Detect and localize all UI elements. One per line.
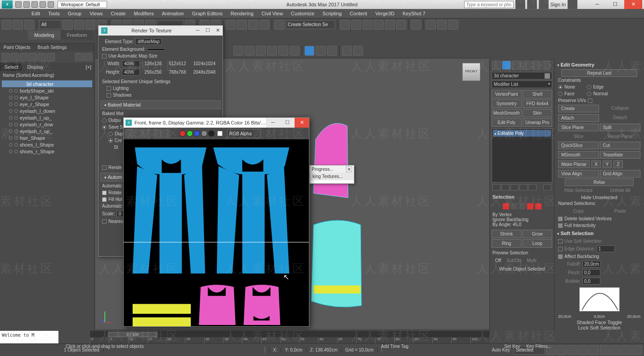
c-face-radio[interactable] bbox=[558, 92, 563, 96]
modifier-button[interactable]: Edit Poly bbox=[492, 118, 522, 127]
preset-768[interactable]: 768x768 bbox=[166, 69, 188, 76]
paint-objects-tab[interactable]: Paint Objects bbox=[0, 44, 34, 51]
progress-close-button[interactable]: ✕ bbox=[346, 166, 352, 172]
menu-rendering[interactable]: Rendering bbox=[227, 10, 257, 17]
vp-help-icon[interactable] bbox=[353, 46, 363, 56]
spinner-snap-icon[interactable] bbox=[259, 20, 269, 30]
stack-editable-poly[interactable]: Editable Poly bbox=[493, 130, 551, 137]
del-iso-checkbox[interactable] bbox=[558, 217, 563, 221]
signin-button[interactable]: Sign In bbox=[550, 2, 566, 7]
utilities-tab-icon[interactable] bbox=[541, 61, 550, 70]
percent-snap-icon[interactable] bbox=[248, 20, 258, 30]
cut-button[interactable]: Cut bbox=[600, 142, 641, 149]
align-icon[interactable] bbox=[351, 20, 361, 30]
next-frame-icon[interactable] bbox=[578, 345, 588, 355]
mirror-icon[interactable] bbox=[340, 20, 350, 30]
close-button[interactable]: ✕ bbox=[624, 0, 642, 9]
c-normal-radio[interactable] bbox=[587, 92, 591, 96]
menu-keyshot[interactable]: KeyShot 7 bbox=[399, 10, 429, 17]
modifier-button[interactable]: Skin bbox=[523, 109, 553, 117]
fb-swatch-icon[interactable] bbox=[217, 131, 223, 136]
preset-512[interactable]: 512x512 bbox=[166, 60, 188, 67]
element-subobj-icon[interactable] bbox=[535, 203, 541, 209]
edge-dist-checkbox[interactable] bbox=[558, 247, 563, 251]
vp-icon-8[interactable] bbox=[327, 46, 337, 56]
tessellate-button[interactable]: Tessellate bbox=[600, 151, 641, 159]
falloff-spinner[interactable]: 20,0cm bbox=[582, 261, 601, 267]
material-editor-icon[interactable] bbox=[411, 20, 421, 30]
nav-icon-4[interactable] bbox=[632, 345, 642, 355]
menu-content[interactable]: Content bbox=[346, 10, 371, 17]
qat-save-icon[interactable] bbox=[31, 1, 38, 8]
border-subobj-icon[interactable] bbox=[519, 203, 525, 209]
soft-selection-rollout[interactable]: Soft Selection bbox=[556, 229, 642, 238]
fb-red-channel[interactable] bbox=[179, 130, 186, 137]
maximize-button[interactable]: ☐ bbox=[606, 0, 624, 9]
explorer-icon-3[interactable] bbox=[20, 53, 28, 61]
fb-green-channel[interactable] bbox=[187, 130, 193, 137]
time-tag-button[interactable]: Add Time Tag bbox=[381, 344, 489, 350]
select-object-icon[interactable] bbox=[63, 20, 73, 30]
fb-copy-icon[interactable] bbox=[134, 129, 143, 138]
explorer-icon-2[interactable] bbox=[11, 53, 19, 61]
tree-item[interactable]: eyelash_r_up_ bbox=[2, 128, 92, 134]
fb-blue-channel[interactable] bbox=[194, 130, 200, 137]
tree-item[interactable]: shoes_l_Shape bbox=[2, 141, 92, 148]
unlink-icon[interactable] bbox=[13, 20, 23, 30]
fb-alpha-channel[interactable] bbox=[201, 130, 207, 137]
vp-icon-2[interactable] bbox=[245, 46, 255, 56]
menu-customize[interactable]: Customize bbox=[287, 10, 318, 17]
attach-button[interactable]: Attach bbox=[558, 114, 599, 122]
fb-save-icon[interactable] bbox=[125, 129, 134, 138]
nav-icon-2[interactable] bbox=[611, 345, 621, 355]
explorer-icon-7[interactable] bbox=[75, 53, 83, 61]
time-slider[interactable]: 0 / 100 bbox=[108, 332, 157, 337]
modify-tab-icon[interactable] bbox=[502, 61, 511, 70]
play-icon[interactable] bbox=[568, 345, 577, 355]
edit-geometry-rollout[interactable]: Edit Geometry bbox=[556, 60, 642, 69]
auto-size-checkbox[interactable] bbox=[102, 54, 107, 58]
modifier-list-dropdown[interactable]: Modifier List bbox=[492, 80, 552, 88]
tree-item[interactable]: hair_Shape bbox=[2, 134, 92, 141]
modifier-button[interactable]: VertexPaint bbox=[492, 90, 522, 98]
timeline[interactable]: 0 / 100 05101520253035404550556065707580… bbox=[90, 331, 489, 343]
menu-scripting[interactable]: Scripting bbox=[319, 10, 345, 17]
search-input[interactable] bbox=[464, 1, 514, 8]
stack-remove-icon[interactable] bbox=[519, 184, 528, 191]
width-input[interactable]: 4096 bbox=[122, 60, 140, 67]
modeling-tab[interactable]: Modeling bbox=[28, 31, 61, 40]
grid-align-button[interactable]: Grid Align bbox=[600, 170, 641, 178]
workspace-dropdown[interactable]: Workspace: Default bbox=[58, 1, 107, 8]
schematic-view-icon[interactable] bbox=[396, 20, 406, 30]
angle-spinner[interactable]: 45,0 bbox=[513, 222, 521, 227]
maxscript-listener[interactable]: Welcome to M bbox=[0, 331, 58, 343]
dup-radio[interactable] bbox=[108, 132, 113, 136]
nearest-checkbox[interactable] bbox=[102, 219, 107, 224]
qat-redo-icon[interactable] bbox=[48, 1, 54, 8]
explorer-icon-6[interactable] bbox=[47, 53, 55, 61]
quickslice-button[interactable]: QuickSlice bbox=[558, 142, 599, 149]
object-name-field[interactable]: 3d character bbox=[492, 72, 552, 80]
affect-bf-checkbox[interactable] bbox=[558, 254, 563, 259]
preset-256[interactable]: 256x256 bbox=[142, 69, 164, 76]
preset-1024[interactable]: 1024x1024 bbox=[191, 60, 219, 67]
menu-modifiers[interactable]: Modifiers bbox=[130, 10, 157, 17]
freeform-tab[interactable]: Freeform bbox=[61, 31, 94, 40]
tree-item[interactable]: bodyShape_ski bbox=[2, 87, 92, 94]
bubble-spinner[interactable]: 0,0 bbox=[582, 278, 600, 285]
toggle-ribbon-icon[interactable] bbox=[374, 20, 384, 30]
edge-dist-spinner[interactable]: 1 bbox=[597, 245, 615, 252]
c-none-radio[interactable] bbox=[558, 85, 563, 89]
explorer-icon-4[interactable] bbox=[29, 53, 37, 61]
fb-max-button[interactable]: ☐ bbox=[280, 118, 295, 128]
use-soft-checkbox[interactable] bbox=[558, 239, 563, 244]
menu-animation[interactable]: Animation bbox=[158, 10, 188, 17]
relax-button[interactable]: Relax bbox=[565, 178, 634, 186]
tree-item[interactable]: eyelash_l_up_ bbox=[2, 114, 92, 121]
fillholes-checkbox[interactable] bbox=[102, 197, 107, 202]
menu-views[interactable]: Views bbox=[86, 10, 106, 17]
vp-shade-icon[interactable] bbox=[304, 46, 314, 56]
goto-end-icon[interactable] bbox=[589, 345, 599, 355]
exchange-icon[interactable] bbox=[568, 0, 577, 9]
edit-named-sel-icon[interactable] bbox=[274, 20, 284, 30]
